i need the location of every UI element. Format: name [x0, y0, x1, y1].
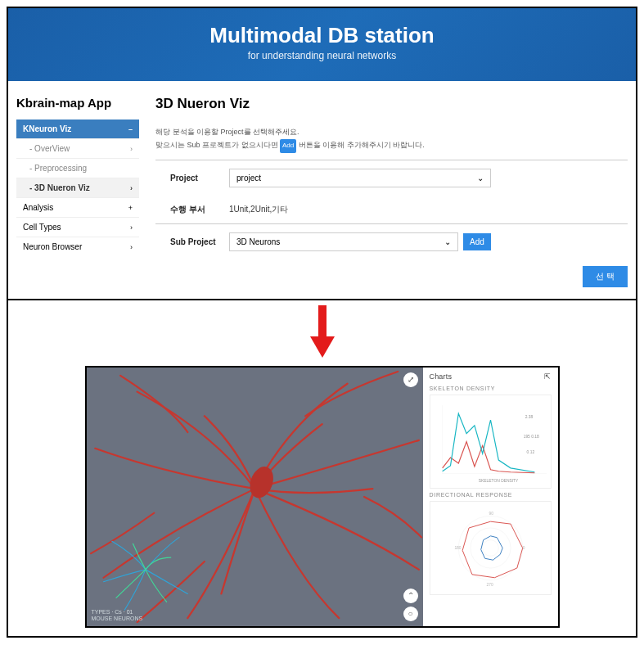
charts-heading: Charts ⇱: [430, 372, 552, 381]
dept-value: 1Unit,2Unit,기타: [229, 204, 288, 215]
project-select[interactable]: project ⌄: [229, 169, 491, 187]
sidebar: Kbrain-map App KNeuron Viz – - OverView …: [16, 96, 139, 287]
sidebar-item-preprocessing[interactable]: - Preprocessing: [16, 158, 139, 178]
chevron-right-icon: ›: [130, 243, 133, 251]
sidebar-item-neuron-browser[interactable]: Neuron Browser ›: [16, 237, 139, 256]
sidebar-item-kneuron-viz[interactable]: KNeuron Viz –: [16, 120, 139, 138]
hero-title: Multimodal DB station: [16, 23, 628, 48]
charts-sidebar: Charts ⇱ SKELETON DENSITY 2.38 195 0.18 …: [423, 368, 558, 626]
svg-text:0.12: 0.12: [526, 450, 534, 454]
sidebar-item-analysis[interactable]: Analysis +: [16, 197, 139, 217]
chart-1-label: SKELETON DENSITY: [430, 386, 552, 391]
sidebar-item-label: - OverView: [29, 144, 70, 153]
sidebar-item-label: Neuron Browser: [23, 242, 82, 251]
viz-caption: TYPES · Cs · 01 MOUSE NEURONS: [92, 609, 143, 623]
subproject-select-value: 3D Neurons: [236, 237, 280, 246]
svg-marker-12: [462, 521, 523, 578]
viz-caption-1: TYPES · Cs · 01: [92, 609, 143, 616]
add-button[interactable]: Add: [463, 233, 491, 250]
sidebar-item-overview[interactable]: - OverView ›: [16, 138, 139, 158]
chevron-right-icon: ›: [130, 145, 133, 153]
hint-text: 해당 분석을 이용할 Project를 선택해주세요. 맞으시는 Sub 프로젝…: [155, 125, 628, 153]
fullscreen-icon[interactable]: ⤢: [403, 372, 418, 387]
svg-point-9: [458, 516, 522, 580]
svg-text:SKELETON DENSITY: SKELETON DENSITY: [478, 479, 518, 483]
submit-button[interactable]: 선 택: [583, 266, 628, 287]
svg-point-10: [471, 528, 511, 568]
expand-icon[interactable]: ⇱: [544, 372, 551, 381]
svg-text:90: 90: [489, 512, 493, 516]
page-frame: Multimodal DB station for understanding …: [7, 7, 637, 638]
skeleton-density-chart: 2.38 195 0.18 0.12 SKELETON DENSITY: [430, 395, 552, 489]
main-content: 3D Nueron Viz 해당 분석을 이용할 Project를 선택해주세요…: [139, 96, 628, 287]
svg-text:195 0.18: 195 0.18: [523, 434, 538, 438]
svg-point-11: [482, 539, 498, 556]
hint-line-1: 해당 분석을 이용할 Project를 선택해주세요.: [155, 128, 299, 136]
chart-2-svg: 090180270: [430, 502, 551, 594]
svg-text:180: 180: [454, 546, 461, 550]
chevron-right-icon: ›: [130, 223, 133, 232]
nav-up-icon[interactable]: ⌃: [403, 589, 418, 603]
minus-icon: –: [128, 125, 133, 133]
hero-banner: Multimodal DB station for understanding …: [8, 8, 636, 81]
nav-center-icon[interactable]: ○: [403, 607, 418, 621]
sidebar-title: Kbrain-map App: [16, 96, 139, 110]
subproject-label: Sub Project: [155, 237, 229, 246]
project-label: Project: [155, 174, 229, 183]
dept-row: 수행 부서 1Unit,2Unit,기타: [155, 196, 628, 223]
project-select-value: project: [236, 174, 261, 183]
sidebar-item-label: - Preprocessing: [29, 164, 87, 173]
sidebar-item-label: Analysis: [23, 203, 53, 212]
sidebar-item-label: KNeuron Viz: [23, 124, 71, 133]
chevron-down-icon: ⌄: [477, 174, 484, 183]
project-row: Project project ⌄: [155, 160, 628, 196]
dept-label: 수행 부서: [155, 204, 229, 215]
flow-arrow: [8, 300, 636, 363]
chevron-down-icon: ⌄: [444, 237, 451, 246]
sidebar-item-label: Cell Types: [23, 223, 61, 232]
plus-icon: +: [128, 204, 133, 212]
inline-add-badge: Add: [280, 139, 296, 152]
svg-marker-1: [310, 336, 335, 358]
viz-caption-2: MOUSE NEURONS: [92, 616, 143, 622]
sidebar-item-cell-types[interactable]: Cell Types ›: [16, 217, 139, 237]
neuron-3d-view[interactable]: ⤢ ⌃ ○ TYPES · Cs · 01 MOUSE NEURONS: [87, 368, 423, 626]
app-panel: Multimodal DB station for understanding …: [8, 8, 636, 300]
svg-rect-0: [318, 305, 327, 338]
subproject-row: Sub Project 3D Neurons ⌄ Add: [155, 223, 628, 259]
sidebar-item-label: - 3D Nueron Viz: [29, 183, 90, 192]
svg-marker-13: [480, 535, 502, 559]
arrow-down-icon: [310, 305, 335, 358]
sidebar-item-3d-neuron-viz[interactable]: - 3D Nueron Viz ›: [16, 178, 139, 197]
subproject-select[interactable]: 3D Neurons ⌄: [229, 232, 458, 251]
chart-2-label: DIRECTIONAL RESPONSE: [430, 492, 552, 498]
svg-text:270: 270: [486, 582, 493, 586]
chevron-right-icon: ›: [130, 184, 133, 192]
hint-line-2-post: 버튼을 이용해 추가해주시기 바랍니다.: [299, 141, 425, 149]
hint-line-2-pre: 맞으시는 Sub 프로젝트가 없으시다면: [155, 141, 278, 149]
neuron-render: [87, 368, 423, 626]
directional-response-chart: 090180270: [430, 501, 552, 595]
svg-text:0: 0: [522, 546, 525, 550]
viz-panel: ⤢ ⌃ ○ TYPES · Cs · 01 MOUSE NEURONS Char…: [85, 366, 560, 628]
page-title: 3D Nueron Viz: [155, 96, 628, 112]
chart-1-svg: 2.38 195 0.18 0.12 SKELETON DENSITY: [430, 395, 551, 488]
svg-text:2.38: 2.38: [525, 415, 533, 419]
hero-subtitle: for understanding neural networks: [16, 50, 628, 61]
